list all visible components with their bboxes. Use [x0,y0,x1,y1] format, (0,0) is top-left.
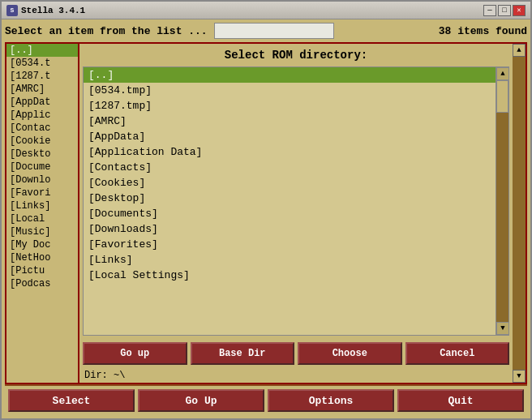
title-bar-left: S Stella 3.4.1 [6,5,85,16]
list-item[interactable]: [Links] [84,252,496,268]
list-item[interactable]: [Downlo [6,174,78,186]
list-item[interactable]: [AppDat [6,96,78,109]
list-item[interactable]: [0534.tmp] [84,83,496,98]
title-bar: S Stella 3.4.1 — □ ✕ [2,2,530,19]
list-item[interactable]: [Music] [6,225,78,238]
list-item[interactable]: [Contac [6,122,78,135]
list-item[interactable]: [Cookie [6,135,78,148]
list-item[interactable]: [Favori [6,186,78,199]
main-scrollbar: ▲ ▼ [513,44,526,383]
scroll-down-button[interactable]: ▼ [496,322,509,335]
maximize-button[interactable]: □ [498,5,511,16]
list-item[interactable]: [AppData] [84,129,496,144]
main-scroll-down[interactable]: ▼ [513,370,526,383]
list-item[interactable]: [0534.t [6,57,78,70]
search-input[interactable] [214,23,334,39]
minimize-button[interactable]: — [483,5,496,16]
main-content: Select an item from the list ... 38 item… [2,19,530,418]
list-item[interactable]: [1287.t [6,70,78,83]
left-list: [..][0534.t[1287.t[AMRC][AppDat[Applic[C… [6,44,79,383]
item-count: 38 items found [439,25,527,37]
window-title: Stella 3.4.1 [21,6,85,15]
scrollbar-track[interactable] [496,80,508,322]
list-item[interactable]: [Deskto [6,148,78,161]
popup-list[interactable]: [..][0534.tmp][1287.tmp][AMRC][AppData][… [84,67,496,335]
list-item[interactable]: [Desktop] [84,191,496,206]
popup-overlay: Select ROM directory: [..][0534.tmp][128… [79,44,513,383]
toolbar: Select an item from the list ... 38 item… [5,23,527,39]
list-item[interactable]: [Contacts] [84,160,496,175]
list-item[interactable]: [AMRC] [6,83,78,96]
list-item[interactable]: [..] [84,67,496,83]
list-item[interactable]: [Podcas [6,277,78,290]
list-item[interactable]: [Documents] [84,206,496,221]
choose-button[interactable]: Choose [298,342,402,365]
list-item[interactable]: [Downloads] [84,221,496,237]
title-buttons: — □ ✕ [483,5,526,16]
list-item[interactable]: [Application Data] [84,144,496,160]
close-button[interactable]: ✕ [513,5,526,16]
list-item[interactable]: [Docume [6,161,78,174]
list-item[interactable]: [NetHoo [6,251,78,264]
scrollbar-thumb[interactable] [496,80,508,113]
toolbar-label: Select an item from the list ... [5,25,208,37]
list-item[interactable]: [Pictu [6,264,78,277]
app-icon: S [6,5,18,16]
base-dir-button[interactable]: Base Dir [191,342,295,365]
scroll-up-button[interactable]: ▲ [496,67,509,80]
list-item[interactable]: [Applic [6,109,78,122]
select-button[interactable]: Select [8,389,135,412]
go-up-main-button[interactable]: Go Up [138,389,264,412]
popup-buttons: Go up Base Dir Choose Cancel [79,339,513,368]
list-item[interactable]: [Local Settings] [84,268,496,283]
main-scrollbar-track[interactable] [513,57,526,370]
dir-display: Dir: ~\ [79,368,513,383]
list-item[interactable]: [Local [6,212,78,225]
list-item[interactable]: [Links] [6,199,78,212]
cancel-button[interactable]: Cancel [405,342,510,365]
list-item[interactable]: [AMRC] [84,114,496,129]
options-button[interactable]: Options [268,389,394,412]
main-scroll-up[interactable]: ▲ [513,44,526,57]
list-area: [..][0534.t[1287.t[AMRC][AppDat[Applic[C… [5,42,527,384]
popup-title: Select ROM directory: [79,44,513,66]
list-item[interactable]: [My Doc [6,238,78,251]
main-window: S Stella 3.4.1 — □ ✕ Select an item from… [0,0,532,420]
bottom-bar: Select Go Up Options Quit [5,384,527,415]
list-item[interactable]: [Cookies] [84,175,496,191]
go-up-button[interactable]: Go up [83,342,187,365]
popup-scrollbar: ▲ ▼ [496,67,508,335]
list-item[interactable]: [1287.tmp] [84,98,496,114]
list-item[interactable]: [..] [6,44,78,57]
popup-list-container: [..][0534.tmp][1287.tmp][AMRC][AppData][… [83,66,509,336]
quit-button[interactable]: Quit [397,389,524,412]
list-item[interactable]: [Favorites] [84,237,496,252]
